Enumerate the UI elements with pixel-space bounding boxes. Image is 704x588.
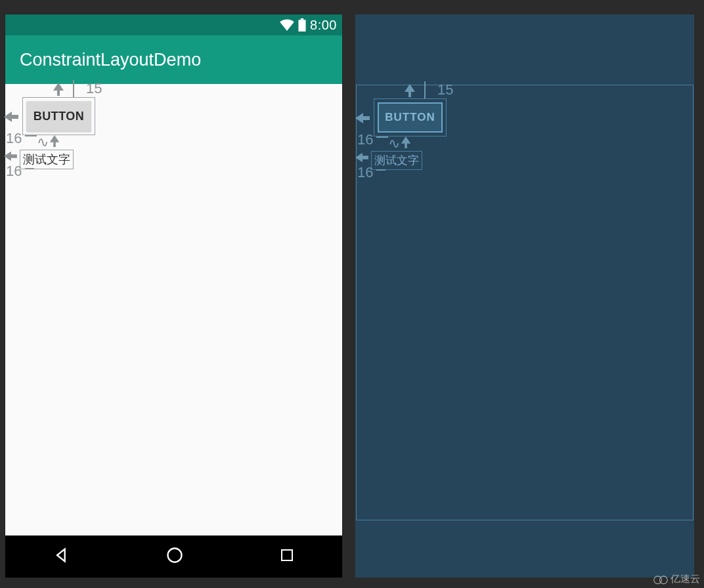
navigation-bar (5, 536, 342, 578)
nav-back-icon[interactable] (53, 546, 71, 567)
status-time: 8:00 (310, 18, 337, 33)
arrow-up-icon (52, 83, 65, 98)
constraint-textview-left: 16 (6, 163, 22, 180)
nav-home-icon[interactable] (165, 546, 184, 567)
textview-widget[interactable]: 测试文字 (20, 150, 74, 169)
arrow-up-icon (403, 84, 416, 100)
arrow-up-icon (49, 135, 60, 150)
blueprint-button[interactable]: BUTTON (378, 102, 443, 133)
constraint-tick (25, 168, 34, 169)
app-title: ConstraintLayoutDemo (20, 50, 201, 70)
constraint-tick (376, 136, 388, 138)
watermark-text: 亿速云 (671, 573, 700, 585)
arrow-left-icon (4, 110, 18, 126)
blueprint-button-frame[interactable]: BUTTON (374, 98, 447, 136)
constraint-link-icon: ∿ (388, 135, 400, 152)
svg-rect-1 (301, 18, 303, 20)
arrow-left-icon (355, 112, 370, 127)
constraint-link-icon: ∿ (37, 134, 49, 151)
watermark: 亿速云 (653, 573, 700, 585)
constraint-button-left: 16 (6, 130, 22, 147)
constraint-button-top: 15 (73, 80, 102, 97)
battery-icon (298, 18, 306, 32)
constraint-button-left: 16 (357, 131, 373, 148)
textview-text: 测试文字 (23, 153, 70, 166)
nav-recent-icon[interactable] (279, 547, 295, 566)
blueprint-textview-text: 测试文字 (374, 154, 419, 167)
constraint-button-top: 15 (424, 81, 453, 98)
blueprint-canvas[interactable]: BUTTON 测试文字 15 16 ∿ (356, 85, 693, 520)
blueprint-button-label: BUTTON (385, 111, 435, 124)
constraint-tick (25, 135, 37, 136)
arrow-up-icon (400, 136, 412, 151)
button-label: BUTTON (33, 110, 85, 123)
constraint-textview-left: 16 (357, 164, 373, 181)
svg-point-2 (168, 549, 182, 562)
wifi-icon (280, 19, 294, 31)
content-area: BUTTON 测试文字 15 16 ∿ (5, 84, 342, 536)
svg-point-5 (660, 576, 668, 583)
svg-rect-3 (282, 550, 292, 560)
button-widget-frame[interactable]: BUTTON (22, 97, 95, 135)
status-bar: 8:00 (5, 14, 342, 35)
svg-rect-0 (299, 20, 306, 32)
blueprint-pane: BUTTON 测试文字 15 16 ∿ (355, 14, 694, 578)
device-preview: 8:00 ConstraintLayoutDemo BUTTON 测试文字 15 (5, 14, 342, 578)
app-bar: ConstraintLayoutDemo (5, 35, 342, 84)
constraint-tick (376, 169, 385, 171)
button-widget[interactable]: BUTTON (26, 101, 91, 131)
blueprint-textview[interactable]: 测试文字 (371, 151, 422, 170)
